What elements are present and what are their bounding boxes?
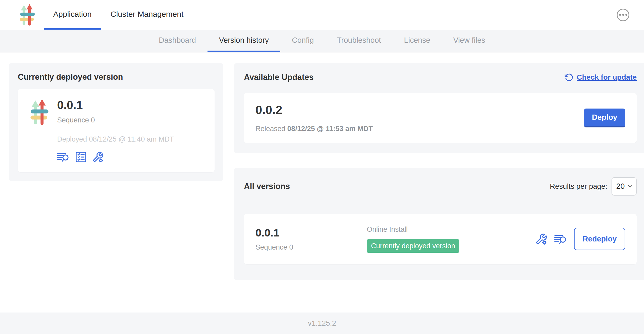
currently-deployed-badge: Currently deployed version — [367, 239, 459, 253]
deployed-actions — [57, 151, 174, 163]
currently-deployed-title: Currently deployed version — [18, 72, 215, 82]
chevron-down-icon — [628, 185, 632, 188]
deployed-timestamp: Deployed 08/12/25 @ 11:40 am MDT — [57, 135, 174, 143]
config-icon[interactable] — [535, 233, 547, 245]
config-icon[interactable] — [92, 151, 104, 163]
update-version-number: 0.0.2 — [255, 103, 373, 117]
version-row: 0.0.1 Sequence 0 Online Install Currentl… — [244, 214, 637, 264]
tab-license[interactable]: License — [392, 30, 442, 52]
install-type-label: Online Install — [367, 225, 535, 234]
tab-config[interactable]: Config — [280, 30, 325, 52]
available-updates-title: Available Updates — [244, 73, 314, 82]
console-version: v1.125.2 — [308, 319, 336, 327]
tab-cluster-management[interactable]: Cluster Management — [101, 0, 193, 30]
deployed-version-number: 0.0.1 — [57, 99, 174, 112]
refresh-icon — [565, 73, 574, 82]
ellipsis-menu-icon[interactable] — [617, 9, 629, 21]
all-versions-panel: All versions Results per page: 20 0.0.1 … — [234, 168, 644, 280]
app-logo — [27, 99, 51, 126]
logs-icon[interactable] — [554, 234, 567, 245]
top-nav-spacer — [193, 0, 617, 30]
deploy-button[interactable]: Deploy — [584, 109, 625, 127]
deployed-version-card: 0.0.1 Sequence 0 Deployed 08/12/25 @ 11:… — [18, 89, 215, 172]
check-for-update-link[interactable]: Check for update — [565, 73, 637, 82]
tab-view-files[interactable]: View files — [442, 30, 497, 52]
tab-troubleshoot[interactable]: Troubleshoot — [325, 30, 392, 52]
main-content: Currently deployed version 0.0.1 Sequenc… — [0, 52, 644, 313]
logs-icon[interactable] — [57, 152, 70, 162]
row-version-number: 0.0.1 — [255, 227, 367, 239]
available-updates-panel: Available Updates Check for update 0.0.2… — [234, 63, 644, 153]
all-versions-title: All versions — [244, 182, 290, 191]
tab-dashboard[interactable]: Dashboard — [147, 30, 208, 52]
update-released-line: Released 08/12/25 @ 11:53 am MDT — [255, 125, 373, 133]
currently-deployed-panel: Currently deployed version 0.0.1 Sequenc… — [9, 63, 223, 181]
results-per-page-label: Results per page: — [550, 182, 607, 191]
page-footer: v1.125.2 — [0, 313, 644, 334]
redeploy-button[interactable]: Redeploy — [574, 228, 625, 250]
deployed-sequence: Sequence 0 — [57, 116, 174, 124]
results-per-page-select[interactable]: 20 — [612, 177, 637, 196]
right-column: Available Updates Check for update 0.0.2… — [234, 63, 644, 280]
tab-version-history[interactable]: Version history — [208, 30, 280, 52]
row-sequence: Sequence 0 — [255, 243, 367, 251]
preflight-checks-icon[interactable] — [75, 152, 86, 163]
tab-application[interactable]: Application — [44, 0, 101, 30]
update-card: 0.0.2 Released 08/12/25 @ 11:53 am MDT D… — [244, 93, 637, 143]
app-logo-icon — [20, 0, 35, 30]
top-nav: Application Cluster Management — [0, 0, 644, 30]
app-subnav: Dashboard Version history Config Trouble… — [0, 30, 644, 52]
